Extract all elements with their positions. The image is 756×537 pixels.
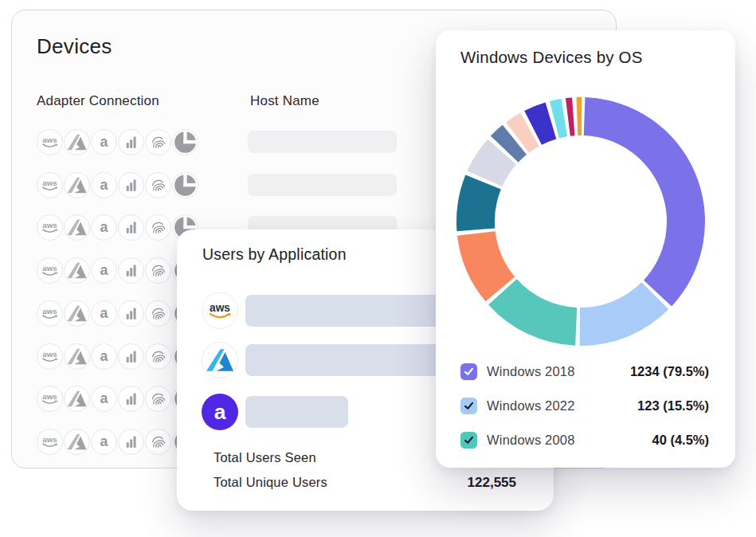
axonius-adapter-icon[interactable]: a [91,129,117,155]
svg-text:a: a [100,391,109,407]
azure-adapter-icon[interactable] [64,300,90,327]
donut-segment-windows-2008[interactable] [488,279,577,346]
device-table-row: awsa [37,343,198,370]
device-table-row: awsa [37,429,198,455]
axonius-adapter-icon[interactable]: a [91,429,117,455]
tanium-adapter-icon[interactable] [172,129,198,155]
user-application-row [202,342,238,378]
legend-checkbox[interactable] [460,432,477,449]
device-table-row: awsa [37,300,198,327]
os-card-title: Windows Devices by OS [460,48,643,67]
azure-adapter-icon[interactable] [64,214,90,241]
svg-text:aws: aws [42,392,57,401]
user-application-row: aws [202,292,238,329]
aws-adapter-icon[interactable]: aws [37,172,63,198]
aws-adapter-icon[interactable]: aws [37,343,63,370]
total-unique-users-row: Total Unique Users 122,555 [213,475,516,491]
bar-chart-adapter-icon[interactable] [118,257,144,284]
donut-segment-windows-2022[interactable] [580,282,669,346]
legend-value: 40 (4.5%) [652,433,709,448]
bar-chart-adapter-icon[interactable] [118,343,144,370]
legend-value: 1234 (79.5%) [630,364,709,379]
legend-row: Windows 2022123 (15.5%) [460,395,709,416]
svg-text:aws: aws [42,349,57,358]
bar-chart-adapter-icon[interactable] [118,429,144,455]
fingerprint-adapter-icon[interactable] [145,386,171,412]
bar-chart-adapter-icon[interactable] [118,129,144,155]
axonius-adapter-icon[interactable]: a [91,172,117,198]
legend-checkbox[interactable] [460,363,477,380]
axonius-app-icon[interactable]: a [202,394,238,430]
fingerprint-adapter-icon[interactable] [145,214,171,241]
device-table-row: awsa [37,172,198,198]
bar-chart-adapter-icon[interactable] [118,300,144,327]
legend-value: 123 (15.5%) [637,398,709,414]
fingerprint-adapter-icon[interactable] [145,257,171,284]
axonius-adapter-icon[interactable]: a [91,343,117,370]
svg-text:aws: aws [210,302,230,314]
svg-text:a: a [100,262,109,278]
aws-app-icon[interactable]: aws [202,292,238,329]
legend-checkbox[interactable] [460,398,477,414]
bar-chart-adapter-icon[interactable] [118,214,144,241]
adapter-connection-cell: awsa [37,386,198,412]
svg-text:aws: aws [42,135,57,144]
legend-row: Windows 200840 (4.5%) [460,429,709,450]
donut-segment-segment-dark-teal[interactable] [456,175,501,232]
legend-label: Windows 2008 [487,433,575,448]
legend-label: Windows 2022 [487,398,575,414]
adapter-connection-cell: awsa [37,429,198,455]
axonius-adapter-icon[interactable]: a [91,386,117,412]
aws-adapter-icon[interactable]: aws [37,214,63,241]
donut-segment-windows-2018[interactable] [584,97,705,306]
legend-row: Windows 20181234 (79.5%) [460,361,709,382]
fingerprint-adapter-icon[interactable] [145,429,171,455]
fingerprint-adapter-icon[interactable] [145,343,171,370]
adapter-connection-cell: awsa [37,257,198,284]
donut-segment-segment-crimson[interactable] [566,97,574,135]
svg-text:a: a [100,177,109,193]
svg-text:aws: aws [42,221,57,229]
svg-text:aws: aws [42,435,57,444]
azure-adapter-icon[interactable] [64,172,90,198]
total-users-seen-label: Total Users Seen [213,450,316,465]
axonius-adapter-icon[interactable]: a [91,214,117,241]
bar-chart-adapter-icon[interactable] [118,386,144,412]
aws-adapter-icon[interactable]: aws [37,386,63,412]
aws-adapter-icon[interactable]: aws [37,257,63,284]
azure-adapter-icon[interactable] [64,429,90,455]
aws-adapter-icon[interactable]: aws [37,429,63,455]
fingerprint-adapter-icon[interactable] [145,129,171,155]
adapter-connection-cell: awsa [37,214,198,241]
os-donut-chart [453,94,708,349]
azure-adapter-icon[interactable] [64,129,90,155]
legend-label: Windows 2018 [487,364,575,379]
device-table-row: awsa [37,257,198,284]
total-unique-users-label: Total Unique Users [213,475,327,490]
tanium-adapter-icon[interactable] [172,172,198,198]
axonius-adapter-icon[interactable]: a [91,300,117,327]
windows-devices-by-os-card: Windows Devices by OS Windows 20181234 (… [436,30,735,468]
devices-card-title: Devices [37,34,112,59]
donut-segment-segment-amber[interactable] [577,97,582,135]
axonius-adapter-icon[interactable]: a [91,257,117,284]
svg-text:a: a [100,134,109,150]
aws-adapter-icon[interactable]: aws [37,129,63,155]
bar-chart-adapter-icon[interactable] [118,172,144,198]
aws-adapter-icon[interactable]: aws [37,300,63,327]
device-table-row: awsa [37,386,198,412]
host-name-placeholder [248,174,397,196]
azure-app-icon[interactable] [202,342,238,378]
svg-text:aws: aws [42,178,57,187]
svg-text:a: a [100,220,109,236]
fingerprint-adapter-icon[interactable] [145,172,171,198]
azure-adapter-icon[interactable] [64,343,90,370]
azure-adapter-icon[interactable] [64,257,90,284]
adapter-connection-cell: awsa [37,172,198,198]
adapter-connection-column-header: Adapter Connection [37,93,159,109]
fingerprint-adapter-icon[interactable] [145,300,171,327]
azure-adapter-icon[interactable] [64,386,90,412]
svg-text:a: a [214,400,226,424]
user-name-placeholder [245,396,348,428]
svg-text:aws: aws [42,307,57,316]
